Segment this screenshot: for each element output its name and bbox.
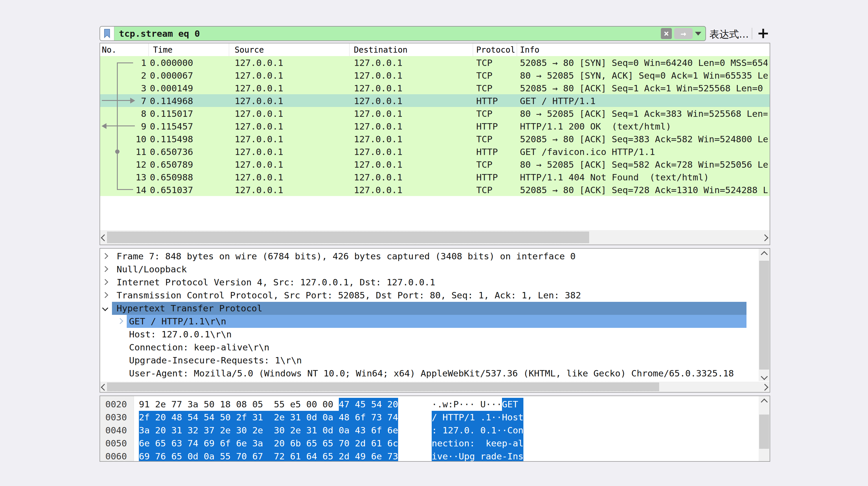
hex-vscrollbar[interactable] bbox=[758, 396, 770, 461]
expander-right-icon[interactable] bbox=[102, 253, 108, 259]
hex-row-0060[interactable]: 0060 69 76 65 0d 0a 55 70 67 72 61 64 65… bbox=[100, 450, 770, 462]
details-vscrollbar[interactable] bbox=[758, 249, 770, 381]
filter-clear-button[interactable]: × bbox=[661, 28, 672, 39]
detail-row-http-selected[interactable]: Hypertext Transfer Protocol bbox=[100, 302, 758, 315]
hex-ascii-selected[interactable]: nection: keep-al bbox=[432, 437, 523, 450]
packet-row-2[interactable]: 2 0.000067 127.0.0.1 127.0.0.1 TCP 80 → … bbox=[100, 69, 770, 82]
detail-text: Upgrade-Insecure-Requests: 1\r\n bbox=[129, 355, 302, 365]
detail-row-tcp[interactable]: Transmission Control Protocol, Src Port:… bbox=[100, 289, 758, 302]
details-hscroll-thumb[interactable] bbox=[107, 383, 659, 391]
column-header-info[interactable]: Info bbox=[520, 45, 539, 55]
column-header-protocol[interactable]: Protocol bbox=[476, 45, 515, 55]
column-header-time[interactable]: Time bbox=[153, 45, 173, 55]
detail-row-null-loopback[interactable]: Null/Loopback bbox=[100, 263, 758, 276]
packet-row-11[interactable]: 11 0.650736 127.0.0.1 127.0.0.1 HTTP GET… bbox=[100, 145, 770, 158]
cell-source: 127.0.0.1 bbox=[235, 147, 283, 157]
scroll-right-icon[interactable] bbox=[761, 384, 768, 391]
cell-no: 2 bbox=[100, 70, 146, 80]
hex-ascii[interactable]: ·.w:P··· U··· bbox=[432, 398, 502, 411]
scroll-left-icon[interactable] bbox=[101, 234, 107, 241]
cell-time: 0.000067 bbox=[150, 70, 193, 80]
packet-row-8[interactable]: 8 0.115017 127.0.0.1 127.0.0.1 TCP 80 → … bbox=[100, 107, 770, 120]
hex-bytes-selected[interactable]: 47 45 54 20 bbox=[339, 398, 398, 411]
packet-list-hscroll-thumb[interactable] bbox=[107, 232, 589, 243]
cell-protocol: TCP bbox=[476, 134, 492, 144]
packet-row-7-selected[interactable]: 7 0.114968 127.0.0.1 127.0.0.1 HTTP GET … bbox=[100, 94, 770, 107]
cell-source: 127.0.0.1 bbox=[235, 96, 283, 106]
detail-row-ipv4[interactable]: Internet Protocol Version 4, Src: 127.0.… bbox=[100, 276, 758, 289]
packet-list-hscrollbar[interactable] bbox=[100, 230, 770, 245]
packet-row-14[interactable]: 14 0.651037 127.0.0.1 127.0.0.1 TCP 5208… bbox=[100, 183, 770, 196]
scroll-up-icon[interactable] bbox=[761, 398, 768, 406]
detail-text: User-Agent: Mozilla/5.0 (Windows NT 10.0… bbox=[129, 368, 734, 379]
hex-offset: 0060 bbox=[105, 451, 127, 461]
cell-time: 0.650736 bbox=[150, 147, 193, 157]
hex-row-0020[interactable]: 0020 91 2e 77 3a 50 18 08 05 55 e5 00 00… bbox=[100, 398, 770, 411]
packet-row-1[interactable]: 1 0.000000 127.0.0.1 127.0.0.1 TCP 52085… bbox=[100, 56, 770, 69]
hex-bytes-selected[interactable]: 6e 65 63 74 69 6f 6e 3a 20 6b 65 65 70 2… bbox=[139, 437, 398, 450]
expression-button[interactable]: 表达式… bbox=[709, 28, 749, 41]
packet-row-12[interactable]: 12 0.650789 127.0.0.1 127.0.0.1 TCP 80 →… bbox=[100, 158, 770, 170]
hex-bytes[interactable]: 91 2e 77 3a 50 18 08 05 55 e5 00 00 bbox=[139, 398, 339, 411]
scroll-down-icon[interactable] bbox=[761, 373, 768, 380]
hex-row-0030[interactable]: 0030 2f 20 48 54 54 50 2f 31 2e 31 0d 0a… bbox=[100, 411, 770, 424]
packet-row-9[interactable]: 9 0.115457 127.0.0.1 127.0.0.1 HTTP HTTP… bbox=[100, 120, 770, 132]
expander-right-icon[interactable] bbox=[102, 279, 108, 285]
detail-row-frame[interactable]: Frame 7: 848 bytes on wire (6784 bits), … bbox=[100, 250, 758, 263]
cell-source: 127.0.0.1 bbox=[235, 108, 283, 119]
filter-bookmark-button[interactable] bbox=[100, 27, 114, 40]
column-separator[interactable] bbox=[229, 43, 229, 56]
hex-bytes-selected[interactable]: 69 76 65 0d 0a 55 70 67 72 61 64 65 2d 4… bbox=[139, 450, 398, 462]
packet-row-13[interactable]: 13 0.650988 127.0.0.1 127.0.0.1 HTTP HTT… bbox=[100, 170, 770, 183]
add-filter-button[interactable]: + bbox=[757, 24, 770, 42]
hex-row-0050[interactable]: 0050 6e 65 63 74 69 6f 6e 3a 20 6b 65 65… bbox=[100, 437, 770, 450]
detail-row-user-agent[interactable]: User-Agent: Mozilla/5.0 (Windows NT 10.0… bbox=[100, 367, 758, 380]
detail-text: Internet Protocol Version 4, Src: 127.0.… bbox=[117, 277, 435, 287]
hex-ascii-selected[interactable]: GET bbox=[502, 398, 524, 411]
hex-bytes-selected[interactable]: 3a 20 31 32 37 2e 30 2e 30 2e 31 0d 0a 4… bbox=[139, 424, 398, 437]
cell-info: 80 → 52085 [ACK] Seq=582 Ack=728 Win=525… bbox=[520, 159, 768, 170]
column-separator[interactable] bbox=[349, 43, 349, 56]
packet-rows: 1 0.000000 127.0.0.1 127.0.0.1 TCP 52085… bbox=[100, 56, 770, 196]
detail-row-host[interactable]: Host: 127.0.0.1\r\n bbox=[100, 328, 758, 341]
expander-right-icon[interactable] bbox=[117, 318, 123, 324]
expander-right-icon[interactable] bbox=[102, 266, 108, 272]
cell-protocol: TCP bbox=[476, 58, 492, 68]
cell-source: 127.0.0.1 bbox=[235, 58, 283, 68]
hex-row-0040[interactable]: 0040 3a 20 31 32 37 2e 30 2e 30 2e 31 0d… bbox=[100, 424, 770, 437]
column-header-source[interactable]: Source bbox=[235, 45, 264, 55]
detail-row-upgrade-insecure[interactable]: Upgrade-Insecure-Requests: 1\r\n bbox=[100, 354, 758, 367]
cell-info: 80 → 52085 [SYN, ACK] Seq=0 Ack=1 Win=65… bbox=[520, 70, 768, 80]
hex-ascii-selected[interactable]: ive··Upg rade-Ins bbox=[432, 450, 523, 462]
filter-history-dropdown-icon[interactable] bbox=[695, 32, 701, 36]
hex-bytes-selected[interactable]: 2f 20 48 54 54 50 2f 31 2e 31 0d 0a 48 6… bbox=[139, 411, 398, 424]
column-header-no[interactable]: No. bbox=[102, 45, 117, 55]
column-header-destination[interactable]: Destination bbox=[354, 45, 407, 55]
scroll-up-icon[interactable] bbox=[761, 251, 768, 258]
packet-row-3[interactable]: 3 0.000149 127.0.0.1 127.0.0.1 TCP 52085… bbox=[100, 82, 770, 94]
filter-apply-button[interactable]: → bbox=[674, 28, 693, 39]
hex-vscroll-thumb[interactable] bbox=[759, 415, 769, 449]
column-separator[interactable] bbox=[473, 43, 473, 56]
cell-no: 10 bbox=[100, 134, 146, 144]
hex-ascii-selected[interactable]: / HTTP/1 .1··Host bbox=[432, 411, 523, 424]
details-hscrollbar[interactable] bbox=[100, 382, 770, 392]
detail-row-connection[interactable]: Connection: keep-alive\r\n bbox=[100, 341, 758, 354]
scroll-left-icon[interactable] bbox=[101, 384, 107, 391]
hex-ascii-selected[interactable]: : 127.0. 0.1··Con bbox=[432, 424, 523, 437]
details-vscroll-thumb[interactable] bbox=[759, 261, 769, 369]
filter-input[interactable]: tcp.stream eq 0 bbox=[114, 28, 661, 39]
packet-row-10[interactable]: 10 0.115498 127.0.0.1 127.0.0.1 TCP 5208… bbox=[100, 132, 770, 145]
scroll-right-icon[interactable] bbox=[761, 234, 768, 241]
expander-down-icon[interactable] bbox=[102, 305, 108, 311]
hex-dump-pane: 0020 91 2e 77 3a 50 18 08 05 55 e5 00 00… bbox=[99, 395, 770, 462]
cell-info: 52085 → 80 [SYN] Seq=0 Win=64240 Len=0 M… bbox=[520, 58, 768, 68]
toolbar-divider bbox=[752, 28, 752, 39]
display-filter-bar[interactable]: tcp.stream eq 0 × → bbox=[99, 26, 706, 41]
cell-time: 0.000149 bbox=[150, 83, 193, 93]
expander-right-icon[interactable] bbox=[102, 292, 108, 298]
detail-text: Frame 7: 848 bytes on wire (6784 bits), … bbox=[117, 251, 576, 261]
column-separator[interactable] bbox=[148, 43, 149, 56]
cell-no: 13 bbox=[100, 172, 146, 183]
detail-row-get-request-selected[interactable]: GET / HTTP/1.1\r\n bbox=[100, 315, 758, 328]
